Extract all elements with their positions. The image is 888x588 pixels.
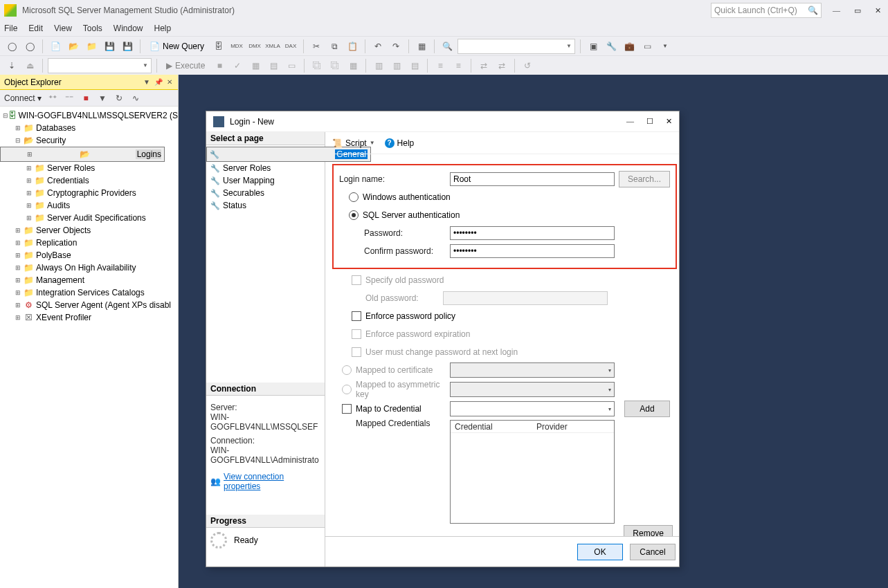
tree-crypto[interactable]: ⊞📁 Cryptographic Providers [0, 187, 178, 199]
dmx-icon[interactable]: DMX [247, 39, 262, 54]
db-query-icon[interactable]: 🗄 [211, 39, 226, 54]
password-input[interactable] [450, 226, 615, 240]
quick-launch-input[interactable]: Quick Launch (Ctrl+Q) 🔍 [711, 3, 822, 18]
maximize-button[interactable]: ▭ [851, 6, 864, 15]
tree-logins[interactable]: ⊞📂 Logins [0, 147, 165, 162]
wrench-icon[interactable]: 🔧 [604, 39, 619, 54]
copy-icon[interactable]: ⧉ [327, 39, 342, 54]
plan2-icon[interactable]: ⿻ [327, 58, 343, 73]
tree-agent[interactable]: ⊞⚙ SQL Server Agent (Agent XPs disabl [0, 299, 178, 311]
add-button[interactable]: Add [624, 401, 670, 417]
chevron-down-icon[interactable]: ▼ [658, 39, 673, 54]
file-icon[interactable]: ▭ [284, 58, 299, 73]
panel-close-icon[interactable]: ✕ [165, 78, 174, 86]
mdx-icon[interactable]: MDX [229, 39, 244, 54]
ok-button[interactable]: OK [577, 544, 623, 560]
cancel-button[interactable]: Cancel [630, 544, 676, 560]
pin-icon[interactable]: 📌 [153, 78, 164, 86]
indent-icon[interactable]: ▥ [371, 58, 386, 73]
properties-icon[interactable]: ▦ [414, 39, 429, 54]
tree-audits[interactable]: ⊞📁 Audits [0, 199, 178, 212]
tree-isc[interactable]: ⊞📁 Integration Services Catalogs [0, 286, 178, 299]
menu-window[interactable]: Window [114, 24, 143, 33]
open-icon[interactable]: 📂 [66, 39, 81, 54]
folder-icon[interactable]: 📁 [84, 39, 99, 54]
remove-button[interactable]: Remove [624, 525, 673, 536]
map-cred-combo[interactable]: ▾ [450, 401, 615, 416]
close-button[interactable]: ✕ [872, 6, 884, 15]
xmla-icon[interactable]: XMLA [265, 39, 280, 54]
activity-icon[interactable]: ∿ [130, 93, 141, 104]
map-cred-checkbox[interactable] [342, 404, 352, 414]
page-status[interactable]: 🔧Status [206, 199, 325, 212]
comment-icon[interactable]: ▤ [407, 58, 422, 73]
search-button[interactable]: Search... [619, 171, 670, 187]
plan3-icon[interactable]: ▦ [345, 58, 361, 73]
minimize-button[interactable]: — [830, 6, 843, 15]
dropdown-icon[interactable]: ▼ [142, 78, 152, 86]
connect-dropdown[interactable]: Connect ▾ [4, 93, 42, 103]
tree-audit-specs[interactable]: ⊞📁 Server Audit Specifications [0, 212, 178, 224]
menu-help[interactable]: Help [154, 24, 172, 33]
menu-view[interactable]: View [54, 24, 72, 33]
tool-icon-a[interactable]: ▣ [586, 39, 601, 54]
object-explorer-tree[interactable]: ⊟🗄 WIN-GOGFLBV4NLL\MSSQLSERVER2 (S ⊞📁 Da… [0, 107, 178, 588]
connect-plus-icon[interactable]: ⁺⁺ [47, 93, 58, 104]
cut-icon[interactable]: ✂ [309, 39, 324, 54]
script-button[interactable]: 📜 Script ▼ [332, 138, 375, 148]
tree-always-on[interactable]: ⊞📁 Always On High Availability [0, 261, 178, 274]
redo-icon[interactable]: ↷ [388, 39, 404, 54]
help-button[interactable]: ? Help [385, 138, 415, 148]
dialog-close-button[interactable]: ✕ [666, 117, 672, 126]
login-name-input[interactable] [450, 172, 615, 186]
menu-file[interactable]: File [4, 24, 17, 33]
undo-icon[interactable]: ↶ [370, 39, 386, 54]
new-query-button[interactable]: 📄 New Query [145, 42, 208, 51]
bp2-icon[interactable]: ≡ [451, 58, 466, 73]
enforce-policy-checkbox[interactable] [352, 311, 361, 321]
mapped-credentials-table[interactable]: Credential Provider [450, 420, 615, 524]
tree-credentials[interactable]: ⊞📁 Credentials [0, 174, 178, 187]
outdent-icon[interactable]: ▥ [389, 58, 404, 73]
page-server-roles[interactable]: 🔧Server Roles [206, 162, 325, 174]
grid-icon[interactable]: ▦ [248, 58, 263, 73]
bp-icon[interactable]: ≡ [433, 58, 448, 73]
tree-xevent[interactable]: ⊞☒ XEvent Profiler [0, 311, 178, 324]
paste-icon[interactable]: 📋 [345, 39, 360, 54]
tool-icon-b[interactable]: 💼 [622, 39, 637, 54]
filter-icon[interactable]: ▼ [97, 93, 108, 104]
dax-icon[interactable]: DAX [283, 39, 298, 54]
stop-icon[interactable]: ■ [212, 58, 227, 73]
tool-icon-c[interactable]: ▭ [640, 39, 655, 54]
stop-red-icon[interactable]: ■ [80, 93, 91, 104]
tree-databases[interactable]: ⊞📁 Databases [0, 122, 178, 134]
tree-server-objects[interactable]: ⊞📁 Server Objects [0, 224, 178, 237]
plan-icon[interactable]: ⿻ [309, 58, 325, 73]
tree-management[interactable]: ⊞📁 Management [0, 274, 178, 286]
save-icon[interactable]: 💾 [102, 39, 117, 54]
tree-server-roles[interactable]: ⊞📁 Server Roles [0, 162, 178, 174]
dialog-minimize-button[interactable]: — [626, 117, 634, 126]
view-connection-properties-link[interactable]: View connection properties [224, 472, 320, 491]
nav-forward-icon[interactable]: ◯ [22, 39, 37, 54]
nav-back-icon[interactable]: ◯ [4, 39, 19, 54]
disconnect-icon[interactable]: ⏏ [22, 58, 37, 73]
tog-icon[interactable]: ⇄ [476, 58, 491, 73]
dialog-maximize-button[interactable]: ☐ [646, 117, 653, 126]
page-securables[interactable]: 🔧Securables [206, 187, 325, 199]
tree-replication[interactable]: ⊞📁 Replication [0, 237, 178, 249]
confirm-password-input[interactable] [450, 244, 615, 258]
find-combo[interactable]: ▼ [457, 39, 575, 54]
tog2-icon[interactable]: ⇄ [494, 58, 509, 73]
db-combo[interactable]: ▼ [48, 58, 152, 73]
sql-auth-radio[interactable] [349, 210, 359, 220]
refresh-icon[interactable]: ↻ [114, 93, 125, 104]
text-icon[interactable]: ▤ [266, 58, 281, 73]
check-icon[interactable]: ✓ [230, 58, 245, 73]
tree-security[interactable]: ⊟📂 Security [0, 134, 178, 147]
extra-icon[interactable]: ↺ [520, 58, 535, 73]
connect-icon[interactable]: ⇣ [4, 58, 19, 73]
find-icon[interactable]: 🔍 [440, 39, 455, 54]
disconnect-red-icon[interactable]: ⁻⁻ [64, 93, 75, 104]
page-user-mapping[interactable]: 🔧User Mapping [206, 174, 325, 187]
